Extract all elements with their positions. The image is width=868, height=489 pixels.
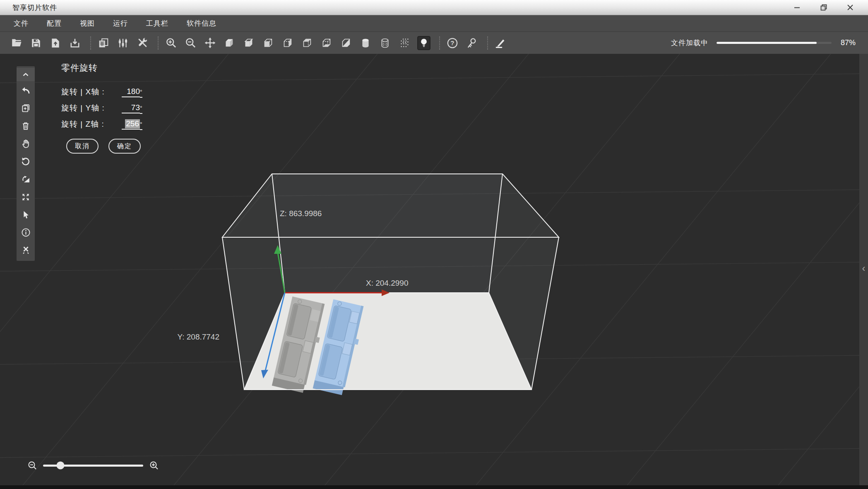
tools-button[interactable]	[136, 36, 149, 50]
window-title: 智享切片软件	[12, 3, 57, 12]
rotate-ccw-icon	[21, 157, 31, 166]
view-section-button[interactable]	[339, 36, 353, 50]
point-cloud-icon	[399, 37, 410, 48]
cube-right-face-icon	[282, 37, 293, 48]
close-button[interactable]	[844, 2, 856, 13]
expand-icon	[21, 193, 30, 202]
view-top-face-button[interactable]	[301, 36, 314, 50]
viewport-zoom-control	[27, 460, 159, 470]
sidebar-undo-button[interactable]	[17, 81, 35, 99]
svg-text:?: ?	[450, 39, 454, 46]
view-front-face-button[interactable]	[262, 36, 275, 50]
rotate-x-label: 旋转 | X轴 :	[61, 87, 114, 97]
rotate-y-input[interactable]: 73	[122, 103, 140, 113]
rotate-y-unit: °	[140, 105, 142, 114]
rotate-z-unit: °	[140, 121, 142, 130]
add-page-icon	[21, 103, 31, 113]
import-page-icon	[50, 38, 61, 48]
wrench-screwdriver-icon	[137, 37, 148, 48]
open-file-button[interactable]	[10, 36, 23, 50]
sidebar-pan-button[interactable]	[17, 135, 35, 152]
rotate-x-input[interactable]: 180	[122, 87, 140, 97]
sidebar-select-button[interactable]	[17, 206, 35, 224]
loading-label: 文件加载中	[671, 38, 708, 48]
toolbar: ? 文件加载中 87%	[0, 32, 868, 54]
zoom-slider-thumb[interactable]	[57, 462, 65, 470]
menu-about[interactable]: 软件信息	[187, 19, 216, 28]
import-file-button[interactable]	[49, 36, 62, 50]
zoom-in-glass-icon[interactable]	[149, 460, 159, 470]
cube-front-face-icon	[263, 37, 274, 48]
rotate-y-row: 旋转 | Y轴 : 73 °	[61, 97, 142, 113]
menu-run[interactable]: 运行	[113, 19, 128, 28]
confirm-button[interactable]: 确定	[108, 139, 141, 154]
help-button[interactable]: ?	[446, 36, 459, 50]
help-icon: ?	[447, 37, 458, 49]
view-solid-button[interactable]	[223, 36, 236, 50]
move-button[interactable]	[203, 36, 216, 50]
rotate-y-value: 73	[131, 103, 140, 112]
export-file-button[interactable]	[68, 36, 82, 50]
open-folder-icon	[11, 37, 22, 48]
cylinder-wireframe-button[interactable]	[378, 36, 392, 50]
tool-sidebar	[17, 66, 35, 261]
cube-top-face-icon	[302, 37, 313, 48]
rotate-x-row: 旋转 | X轴 : 180 °	[61, 81, 142, 97]
hand-icon	[21, 139, 31, 148]
sidebar-delete-button[interactable]	[17, 117, 35, 135]
menu-view[interactable]: 视图	[80, 19, 95, 28]
minimize-button[interactable]	[791, 2, 803, 13]
close-icon	[847, 4, 854, 11]
sidebar-repair-button[interactable]	[17, 241, 35, 259]
sliders-icon	[118, 38, 128, 48]
toolbar-separator	[487, 36, 488, 50]
rotate-x-unit: °	[140, 89, 142, 98]
knife-icon	[495, 37, 506, 49]
menu-config[interactable]: 配置	[47, 19, 62, 28]
save-file-button[interactable]	[29, 36, 43, 50]
right-panel-toggle[interactable]: ‹	[859, 54, 868, 485]
rotate-x-value: 180	[127, 87, 140, 96]
rotate-z-input[interactable]: 256	[122, 119, 140, 130]
cube-solid-icon	[224, 37, 235, 48]
sidebar-rotate-part-button[interactable]	[17, 170, 35, 188]
zoom-out-glass-icon[interactable]	[27, 460, 37, 470]
cube-bottom-face-icon	[321, 37, 332, 48]
zoom-in-button[interactable]	[164, 36, 178, 50]
export-tray-icon	[70, 38, 80, 48]
move-arrows-icon	[204, 37, 216, 48]
duplicate-button[interactable]	[97, 36, 110, 50]
restore-button[interactable]	[818, 2, 830, 13]
loading-progress-track	[717, 42, 832, 44]
parameter-sliders-button[interactable]	[116, 36, 130, 50]
view-shaded-button[interactable]	[242, 36, 255, 50]
sidebar-rotate-view-button[interactable]	[17, 152, 35, 170]
sidebar-collapse-button[interactable]	[17, 68, 35, 81]
zoom-slider-track[interactable]	[43, 465, 143, 467]
zoom-out-button[interactable]	[184, 36, 197, 50]
view-bottom-face-button[interactable]	[320, 36, 333, 50]
toolbar-separator	[439, 36, 440, 50]
license-key-button[interactable]	[465, 36, 478, 50]
undo-icon	[21, 85, 31, 95]
axis-x-label: X: 204.2990	[366, 279, 408, 287]
cylinder-solid-button[interactable]	[359, 36, 372, 50]
cylinder-wireframe-icon	[380, 38, 390, 48]
sidebar-add-copy-button[interactable]	[17, 99, 35, 117]
save-icon	[31, 38, 41, 48]
light-toggle-button[interactable]	[417, 36, 430, 50]
cancel-button[interactable]: 取消	[66, 139, 99, 154]
zoom-out-icon	[185, 37, 196, 48]
menu-file[interactable]: 文件	[14, 19, 29, 28]
cut-button[interactable]	[494, 36, 507, 50]
point-cloud-button[interactable]	[398, 36, 411, 50]
menu-toolbar[interactable]: 工具栏	[146, 19, 168, 28]
sidebar-info-button[interactable]	[17, 224, 35, 241]
rotate-z-label: 旋转 | Z轴 :	[61, 119, 114, 130]
chevron-left-icon: ‹	[862, 263, 866, 273]
sidebar-fit-view-button[interactable]	[17, 188, 35, 206]
trash-icon	[21, 121, 30, 130]
panel-title: 零件旋转	[61, 62, 142, 74]
minimize-icon	[794, 4, 801, 11]
view-right-face-button[interactable]	[281, 36, 294, 50]
